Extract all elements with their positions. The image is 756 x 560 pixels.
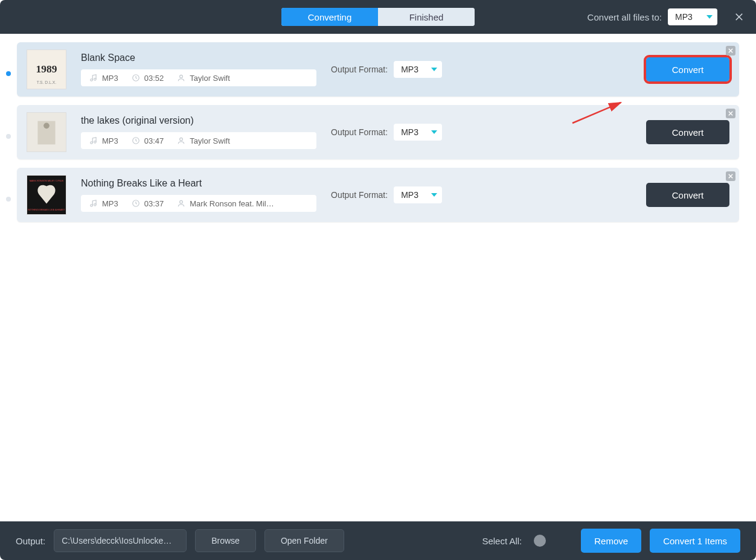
tab-converting[interactable]: Converting (281, 8, 378, 26)
clock-icon (132, 74, 140, 82)
convert-items-button[interactable]: Convert 1 Items (650, 529, 740, 553)
track-main: Blank Space MP3 03:52 Taylor Swift (81, 52, 316, 86)
track-main: Nothing Breaks Like a Heart MP3 03:37 (81, 178, 316, 212)
convert-all-format-value: MP3 (675, 12, 693, 22)
track-title: Blank Space (81, 52, 316, 63)
output-format-select[interactable]: MP3 (394, 124, 442, 141)
track-duration: 03:37 (144, 199, 164, 208)
svg-point-18 (94, 204, 97, 206)
music-note-icon (89, 136, 98, 145)
track-codec: MP3 (102, 136, 118, 145)
track-row: 1989T.S. D.L.X. Blank Space MP3 03:52 (1, 42, 739, 105)
track-card[interactable]: MARK RONSON MILEY CYRUSNOTHING BREAKS LI… (17, 168, 739, 222)
tab-finished[interactable]: Finished (378, 8, 475, 26)
artist-icon (177, 199, 185, 208)
track-codec: MP3 (102, 199, 118, 208)
artist-icon (177, 74, 185, 82)
convert-all-format-select[interactable]: MP3 (668, 8, 717, 25)
x-icon (728, 111, 733, 116)
chevron-down-icon (431, 193, 437, 197)
output-format-select[interactable]: MP3 (394, 186, 442, 203)
track-info: MP3 03:52 Taylor Swift (81, 69, 316, 86)
album-artwork: 1989T.S. D.L.X. (27, 49, 66, 89)
output-format-label: Output Format: (331, 65, 388, 74)
track-row: the lakes (original version) MP3 03:47 (1, 105, 739, 168)
track-duration: 03:47 (144, 136, 164, 145)
output-format-value: MP3 (401, 190, 418, 200)
track-artist: Taylor Swift (190, 74, 229, 83)
output-format-label: Output Format: (331, 127, 388, 137)
chevron-down-icon (706, 15, 713, 19)
open-folder-button[interactable]: Open Folder (264, 529, 344, 552)
output-format-value: MP3 (401, 65, 418, 74)
output-format-value: MP3 (401, 127, 418, 137)
selection-dot[interactable] (6, 134, 11, 139)
track-duration: 03:52 (144, 74, 164, 83)
track-title: Nothing Breaks Like a Heart (81, 178, 316, 189)
output-format-block: Output Format: MP3 (331, 124, 442, 141)
svg-point-11 (94, 141, 97, 144)
chevron-down-icon (431, 68, 437, 71)
svg-point-9 (43, 122, 50, 129)
content-area: 1989T.S. D.L.X. Blank Space MP3 03:52 (0, 34, 756, 521)
x-icon (728, 48, 733, 53)
artist-icon (177, 136, 185, 145)
convert-all-label: Convert all files to: (588, 12, 662, 22)
output-format-select[interactable]: MP3 (394, 61, 442, 78)
svg-point-6 (180, 75, 183, 78)
close-icon (734, 11, 745, 22)
track-info: MP3 03:37 Mark Ronson feat. Mil… (81, 195, 316, 212)
footer-bar: Output: C:\Users\decck\IosUnlocke… Brows… (0, 521, 756, 560)
browse-button[interactable]: Browse (195, 529, 256, 552)
output-path-field[interactable]: C:\Users\decck\IosUnlocke… (54, 529, 187, 552)
track-card[interactable]: 1989T.S. D.L.X. Blank Space MP3 03:52 (17, 42, 739, 97)
header-bar: Converting Finished Convert all files to… (0, 0, 756, 34)
track-card[interactable]: the lakes (original version) MP3 03:47 (17, 105, 739, 159)
header-right: Convert all files to: MP3 (588, 8, 748, 25)
album-artwork: MARK RONSON MILEY CYRUSNOTHING BREAKS LI… (27, 175, 66, 215)
output-format-block: Output Format: MP3 (331, 186, 442, 203)
music-note-icon (89, 74, 98, 82)
music-note-icon (89, 199, 98, 208)
chevron-down-icon (431, 130, 437, 134)
svg-point-4 (94, 78, 97, 81)
svg-point-13 (180, 138, 183, 141)
svg-point-20 (180, 200, 183, 203)
track-artist: Mark Ronson feat. Mil… (190, 199, 274, 208)
track-artist: Taylor Swift (190, 136, 229, 145)
svg-text:NOTHING BREAKS LIKE A HEART: NOTHING BREAKS LIKE A HEART (28, 208, 65, 211)
track-row: MARK RONSON MILEY CYRUSNOTHING BREAKS LI… (1, 168, 739, 231)
output-format-block: Output Format: MP3 (331, 61, 442, 78)
svg-point-3 (91, 79, 93, 81)
svg-text:T.S. D.L.X.: T.S. D.L.X. (37, 80, 56, 84)
convert-button[interactable]: Convert (646, 183, 729, 207)
svg-text:1989: 1989 (36, 63, 57, 75)
selection-dot[interactable] (6, 197, 11, 202)
x-icon (728, 174, 733, 179)
select-all-toggle[interactable] (534, 535, 546, 547)
track-main: the lakes (original version) MP3 03:47 (81, 115, 316, 149)
svg-text:MARK RONSON   MILEY CYRUS: MARK RONSON MILEY CYRUS (30, 179, 64, 182)
app-window: Converting Finished Convert all files to… (0, 0, 756, 560)
selection-dot[interactable] (6, 71, 11, 76)
output-label: Output: (16, 536, 45, 546)
convert-button[interactable]: Convert (646, 120, 729, 144)
clock-icon (132, 199, 140, 208)
remove-track-button[interactable] (726, 171, 735, 181)
remove-track-button[interactable] (726, 109, 735, 118)
clock-icon (132, 136, 140, 145)
album-artwork (27, 112, 66, 152)
remove-track-button[interactable] (726, 46, 735, 56)
svg-point-17 (91, 205, 93, 207)
remove-button[interactable]: Remove (581, 529, 641, 553)
svg-point-10 (91, 142, 93, 144)
track-title: the lakes (original version) (81, 115, 316, 126)
track-info: MP3 03:47 Taylor Swift (81, 132, 316, 149)
track-codec: MP3 (102, 74, 118, 83)
close-button[interactable] (731, 8, 748, 25)
select-all-label: Select All: (482, 536, 522, 546)
tab-group: Converting Finished (281, 8, 475, 26)
output-format-label: Output Format: (331, 190, 388, 200)
convert-button[interactable]: Convert (646, 57, 729, 81)
